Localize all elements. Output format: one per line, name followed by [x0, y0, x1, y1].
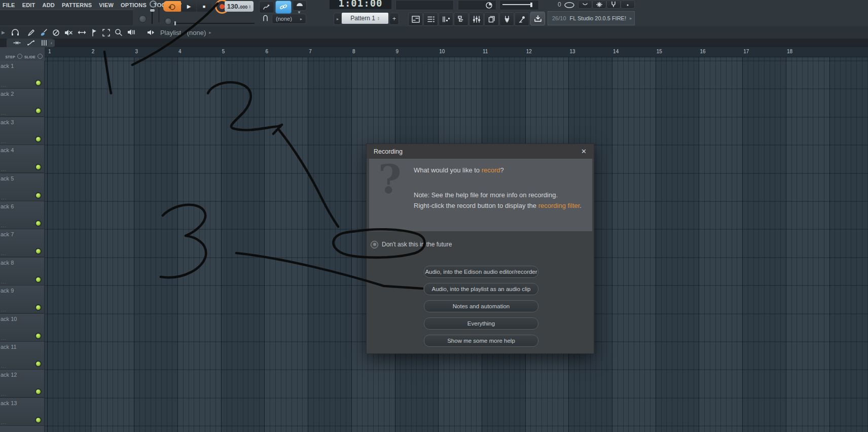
browser-button[interactable]	[454, 12, 468, 26]
track-options[interactable]: ...	[1, 391, 7, 397]
time-display[interactable]: 1:01:00	[330, 0, 391, 9]
track-header-13[interactable]: ack 13...	[0, 398, 45, 426]
playback-tool-icon[interactable]	[127, 29, 136, 36]
stop-button[interactable]: ■	[197, 1, 211, 12]
playlist-button[interactable]	[408, 12, 423, 26]
slip-tool-icon[interactable]	[91, 29, 98, 37]
channel-rack-button[interactable]	[423, 12, 438, 26]
track-header-8[interactable]: ack 8...	[0, 258, 45, 285]
transport-knob[interactable]	[165, 18, 172, 25]
pencil-icon[interactable]	[27, 29, 35, 37]
dialog-button-4[interactable]: Show me some more help	[424, 335, 538, 347]
master-volume-slider[interactable]	[159, 4, 159, 22]
timeline-ruler[interactable]: 123456789101112131415161718	[45, 47, 868, 57]
loop-record-button[interactable]	[163, 1, 181, 12]
magnet-icon[interactable]	[262, 14, 269, 22]
menu-item-view[interactable]: VIEW	[99, 2, 114, 8]
track-options[interactable]: ...	[1, 139, 7, 144]
shuffle-slider[interactable]	[502, 4, 532, 5]
track-mute-led[interactable]	[35, 80, 42, 86]
track-header-4[interactable]: ack 4...	[0, 145, 45, 173]
tempo-spinner[interactable]: ▲▼	[248, 5, 251, 9]
playlist-tab[interactable]	[7, 39, 53, 47]
menu-item-options[interactable]: OPTIONS	[121, 2, 147, 8]
dialog-button-1[interactable]: Audio, into the playlist as an audio cli…	[424, 283, 538, 295]
piano-roll-button[interactable]	[439, 12, 453, 26]
track-options[interactable]: ...	[1, 364, 7, 369]
track-header-9[interactable]: ack 9...	[0, 285, 45, 313]
zoom-icon[interactable]	[115, 28, 123, 37]
track-header-3[interactable]: ack 3...	[0, 117, 45, 145]
delete-icon[interactable]	[52, 29, 60, 37]
track-header-11[interactable]: ack 11...	[0, 342, 45, 370]
menu-item-file[interactable]: FILE	[3, 2, 15, 8]
menu-item-edit[interactable]: EDIT	[22, 2, 35, 8]
track-mute-led[interactable]	[35, 107, 42, 114]
track-mute-led[interactable]	[35, 248, 42, 255]
mute-icon[interactable]	[64, 29, 73, 37]
metronome-precount-button[interactable]	[606, 0, 621, 9]
pitch-knob[interactable]	[150, 1, 157, 8]
tempo-display[interactable]: 130.000 ▲▼	[225, 1, 254, 12]
track-options[interactable]: ...	[1, 307, 7, 312]
track-options[interactable]: ...	[1, 111, 7, 116]
pattern-spinner[interactable]: ▲▼	[377, 16, 380, 20]
track-mute-led[interactable]	[35, 276, 42, 283]
track-mute-led[interactable]	[35, 136, 42, 142]
track-header-12[interactable]: ack 12...	[0, 370, 45, 398]
track-mute-led[interactable]	[35, 220, 42, 227]
export-button[interactable]	[530, 12, 545, 25]
track-header-10[interactable]: ack 10...	[0, 314, 45, 342]
playlist-title-arrow-icon[interactable]: ▸	[209, 30, 211, 35]
track-options[interactable]: ...	[1, 223, 7, 228]
menu-item-add[interactable]: ADD	[43, 2, 55, 8]
dialog-button-2[interactable]: Notes and automation	[424, 300, 538, 312]
track-options[interactable]: ...	[1, 251, 7, 256]
radio-button[interactable]	[371, 241, 378, 248]
step-toggle[interactable]	[17, 54, 22, 59]
headphones-icon[interactable]	[11, 29, 19, 37]
shuffle-handle[interactable]	[530, 3, 532, 7]
snap-selector[interactable]: (none) ▸	[272, 14, 306, 24]
wait-button[interactable]	[578, 0, 592, 9]
track-options[interactable]: ...	[1, 336, 7, 341]
typing-keyboard-button[interactable]	[259, 1, 274, 13]
track-header-7[interactable]: ack 7...	[0, 229, 45, 257]
track-mute-led[interactable]	[35, 304, 42, 311]
overdub-button[interactable]	[592, 0, 606, 9]
track-header-5[interactable]: ack 5...	[0, 173, 45, 201]
play-button[interactable]: ▶	[182, 1, 196, 12]
track-header-6[interactable]: ack 6...	[0, 201, 45, 229]
select-icon[interactable]	[102, 29, 110, 37]
pattern-prev-button[interactable]: ▸	[334, 13, 342, 25]
track-header-1[interactable]: ack 1...	[0, 61, 45, 89]
dialog-button-0[interactable]: Audio, into the Edison audio editor/reco…	[424, 266, 538, 278]
dialog-button-3[interactable]: Everything	[424, 317, 538, 330]
track-options[interactable]: ...	[1, 195, 7, 200]
volume-knob[interactable]	[139, 15, 147, 23]
pattern-selector[interactable]: Pattern 1 ▲▼	[342, 13, 388, 24]
recording-filter-link[interactable]: recording filter	[538, 202, 580, 209]
scroll-left-button[interactable]: ‹	[48, 40, 55, 47]
slide-toggle[interactable]	[38, 54, 43, 59]
paint-brush-icon[interactable]	[40, 29, 48, 37]
touch-controller-button[interactable]	[515, 12, 529, 26]
track-mute-led[interactable]	[35, 417, 42, 423]
master-pitch-handle[interactable]	[150, 9, 155, 12]
record-link[interactable]: record	[482, 166, 500, 174]
pattern-add-button[interactable]: +	[389, 13, 399, 25]
mixer-button[interactable]	[469, 12, 484, 26]
track-mute-led[interactable]	[35, 192, 42, 199]
plugin-picker-button[interactable]	[499, 12, 514, 26]
menu-item-patterns[interactable]: PATTERNS	[62, 2, 92, 8]
midi-link-button[interactable]	[275, 1, 292, 14]
metronome-button[interactable]	[293, 0, 307, 11]
project-notes-button[interactable]	[484, 12, 499, 26]
track-options[interactable]: ...	[1, 279, 7, 284]
step-edit-button[interactable]	[621, 0, 635, 9]
track-mute-led[interactable]	[35, 164, 42, 170]
track-options[interactable]: ...	[1, 83, 7, 88]
dont-ask-option[interactable]: Don't ask this in the future	[371, 240, 452, 248]
track-mute-led[interactable]	[35, 333, 42, 339]
close-icon[interactable]: ✕	[581, 148, 587, 155]
